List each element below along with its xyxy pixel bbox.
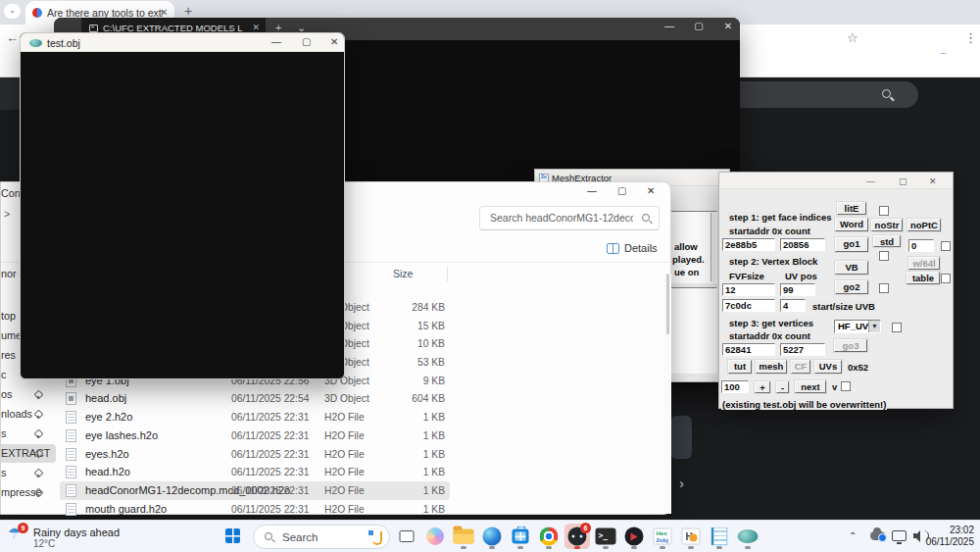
hex2obj-icon[interactable] xyxy=(650,524,675,549)
viewer-maximize-button[interactable]: ▢ xyxy=(302,36,311,47)
back-icon[interactable]: ← xyxy=(6,30,19,45)
viewer-close-button[interactable]: ✕ xyxy=(330,36,338,47)
w64-button[interactable]: w/64l xyxy=(908,257,940,270)
eye 2.h2o[interactable]: eye 2.h2o 06/11/2025 22:31 H2O File 1 KB xyxy=(1,408,672,427)
explorer-close-button[interactable]: ✕ xyxy=(647,185,655,196)
onedrive-icon[interactable] xyxy=(870,531,885,540)
minus-button[interactable]: - xyxy=(776,381,789,393)
lite-button[interactable]: litE xyxy=(837,202,866,215)
step1-addr-field[interactable]: 2e88b5 xyxy=(722,238,775,251)
sidebar-item[interactable]: s xyxy=(1,427,57,446)
taskbar-search-box[interactable]: Search xyxy=(253,525,390,549)
go3-button[interactable]: go3 xyxy=(834,339,867,352)
dropdown-arrow-icon[interactable]: ▼ xyxy=(868,321,880,332)
hex2obj-maximize-button[interactable]: ▢ xyxy=(899,176,907,186)
mouth guard.h2o[interactable]: mouth guard.h2o 06/11/2025 22:31 H2O Fil… xyxy=(1,500,672,519)
uvb-addr-field[interactable]: 7c0dc xyxy=(722,299,775,312)
sidebar-item[interactable]: os xyxy=(1,387,57,407)
file-explorer-icon[interactable] xyxy=(451,524,476,549)
page-next-icon[interactable]: › xyxy=(679,475,684,491)
eyes.h2o[interactable]: eyes.h2o 06/11/2025 22:31 H2O File 1 KB xyxy=(1,445,672,464)
std-button[interactable]: std xyxy=(873,235,901,247)
fvfsize-field[interactable]: 12 xyxy=(722,283,775,296)
explorer-maximize-button[interactable]: ▢ xyxy=(617,185,626,196)
step1-count-field[interactable]: 20856 xyxy=(780,238,825,251)
terminal-tab-close-icon[interactable]: ✕ xyxy=(252,23,260,32)
table-checkbox[interactable] xyxy=(941,274,951,283)
go2-button[interactable]: go2 xyxy=(835,280,868,294)
cf-button[interactable]: CF xyxy=(791,360,810,374)
viewer-minimize-button[interactable]: — xyxy=(271,36,281,47)
nostr-checkbox[interactable] xyxy=(879,206,889,216)
hex2obj-close-button[interactable]: ✕ xyxy=(929,176,937,186)
std-checkbox[interactable] xyxy=(879,251,889,261)
tut-button[interactable]: tut xyxy=(728,360,752,374)
new-tab-button[interactable]: + xyxy=(184,3,192,19)
task-view-icon[interactable] xyxy=(394,524,419,549)
terminal-maximize-button[interactable]: ▢ xyxy=(685,21,712,31)
explorer-search-box[interactable] xyxy=(479,206,660,230)
v-checkbox[interactable] xyxy=(841,381,851,391)
step3-count-field[interactable]: 5227 xyxy=(780,343,825,356)
mesh-button[interactable]: mesh xyxy=(756,360,787,374)
microsoft-store-icon[interactable] xyxy=(508,524,533,549)
discord-icon[interactable]: 6 xyxy=(564,524,590,549)
explorer-search-input[interactable] xyxy=(488,211,635,225)
sidebar-item[interactable]: EXTRACT xyxy=(1,446,57,466)
explorer-search-icon[interactable] xyxy=(642,214,650,222)
eye lashes.h2o[interactable]: eye lashes.h2o 06/11/2025 22:31 H2O File… xyxy=(1,427,672,445)
head.h2o[interactable]: head.h2o 06/11/2025 22:31 H2O File 1 KB xyxy=(1,463,672,481)
tab-search-button[interactable]: ⌄ xyxy=(4,4,21,19)
start-button-icon[interactable] xyxy=(225,528,240,543)
speaker-icon[interactable] xyxy=(913,530,920,540)
size-column-header[interactable]: Size xyxy=(393,268,413,279)
go1-button[interactable]: go1 xyxy=(835,237,868,252)
headConorMG1-12decomp.mcd_0002.h2o[interactable]: headConorMG1-12decomp.mcd_0002.h2o 06/11… xyxy=(1,481,672,500)
chrome-icon[interactable] xyxy=(536,524,562,549)
listbox-scrollbar[interactable] xyxy=(710,213,715,281)
taskbar-clock[interactable]: 23:02 06/11/2025 xyxy=(926,525,974,548)
noptc-button[interactable]: noPtC xyxy=(907,219,941,231)
head.obj[interactable]: head.obj 06/11/2025 22:54 3D Object 604 … xyxy=(1,389,672,408)
table-button[interactable]: table xyxy=(906,272,940,284)
display-icon[interactable] xyxy=(892,530,906,541)
viewer-title-bar[interactable]: test.obj — ▢ ✕ xyxy=(21,33,344,52)
zero-checkbox[interactable] xyxy=(941,241,951,251)
hfuv-dropdown[interactable]: HF_UV ▼ xyxy=(834,320,881,333)
uvpos-field[interactable]: 99 xyxy=(780,283,815,296)
tray-chevron-icon[interactable]: ⌃ xyxy=(849,530,857,541)
hex2obj-minimize-button[interactable]: — xyxy=(866,176,875,186)
plus-button[interactable]: + xyxy=(755,381,770,393)
terminal-icon[interactable] xyxy=(593,524,618,549)
edge-icon[interactable] xyxy=(479,524,505,549)
tab-close-icon[interactable]: ✕ xyxy=(160,7,168,18)
uvs-button[interactable]: UVs xyxy=(814,360,842,374)
menu-icon[interactable]: ⋮ xyxy=(964,30,977,45)
copilot-icon[interactable] xyxy=(422,524,448,549)
media-app-icon[interactable] xyxy=(621,524,647,549)
hex2obj-title-bar[interactable]: — ▢ ✕ xyxy=(719,173,953,189)
word-button[interactable]: Word xyxy=(835,218,868,231)
sidebar-item[interactable]: nloads xyxy=(1,407,57,427)
vb-button[interactable]: VB xyxy=(835,261,868,275)
sidebar-item[interactable]: s xyxy=(1,466,57,485)
next-button[interactable]: next xyxy=(795,380,826,393)
sidebar-item[interactable]: mpresse xyxy=(1,485,57,505)
uvb-count-field[interactable]: 4 xyxy=(780,299,806,312)
terminal-close-button[interactable]: ✕ xyxy=(714,21,742,31)
list-scrollbar-thumb[interactable] xyxy=(666,274,669,334)
file-icon xyxy=(66,448,76,461)
hxd-icon[interactable] xyxy=(678,524,704,549)
running-indicator xyxy=(461,546,466,549)
explorer-minimize-button[interactable]: — xyxy=(587,185,597,196)
hfuv-checkbox[interactable] xyxy=(892,323,902,332)
terminal-minimize-button[interactable]: — xyxy=(656,21,683,31)
go2-checkbox[interactable] xyxy=(879,283,889,293)
step-count-field[interactable]: 100 xyxy=(721,380,749,393)
step3-addr-field[interactable]: 62841 xyxy=(722,343,775,356)
bookmark-star-icon[interactable]: ☆ xyxy=(847,30,858,45)
nostr-button[interactable]: noStr xyxy=(871,219,903,231)
notepad-icon[interactable] xyxy=(707,524,732,549)
model-viewer-icon[interactable] xyxy=(735,524,760,549)
zero-field[interactable]: 0 xyxy=(908,239,934,252)
